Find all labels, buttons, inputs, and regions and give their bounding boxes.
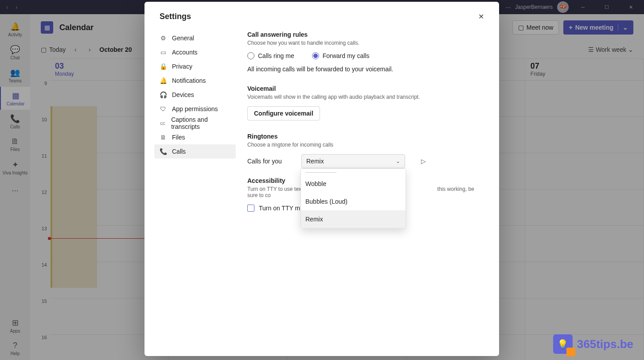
radio-icon: [312, 52, 319, 59]
settings-nav-privacy[interactable]: 🔒Privacy: [154, 59, 236, 74]
play-icon[interactable]: ▷: [421, 158, 426, 165]
settings-nav-general[interactable]: ⚙General: [154, 31, 236, 45]
watermark-text: 365tips.be: [577, 337, 633, 351]
dropdown-item-bubbles[interactable]: Bubbles (Loud): [301, 193, 406, 210]
id-icon: ▭: [160, 49, 167, 56]
call-rules-desc: Choose how you want to handle incoming c…: [247, 40, 484, 46]
ringtone-dropdown: ───────── Wobble Bubbles (Loud) Remix: [301, 168, 406, 228]
settings-modal: Settings ✕ ⚙General ▭Accounts 🔒Privacy 🔔…: [144, 2, 499, 356]
settings-nav-notifications[interactable]: 🔔Notifications: [154, 74, 236, 88]
voicemail-desc: Voicemails will show in the calling app …: [247, 94, 484, 100]
shield-icon: 🛡: [160, 105, 167, 112]
settings-nav-calls[interactable]: 📞Calls: [154, 144, 236, 159]
chevron-down-icon: ⌄: [396, 158, 400, 164]
settings-nav-files[interactable]: 🗎Files: [154, 130, 236, 144]
settings-nav: ⚙General ▭Accounts 🔒Privacy 🔔Notificatio…: [144, 31, 241, 356]
settings-nav-permissions[interactable]: 🛡App permissions: [154, 102, 236, 116]
gear-icon: ⚙: [160, 35, 167, 42]
dropdown-item-cut[interactable]: ─────────: [301, 169, 406, 175]
watermark-icon: 💡: [553, 334, 573, 354]
modal-header: Settings ✕: [144, 2, 499, 31]
close-icon[interactable]: ✕: [478, 12, 484, 21]
checkbox-icon[interactable]: [247, 205, 254, 212]
ringtones-desc: Choose a ringtone for incoming calls: [247, 142, 484, 148]
ringtone-select[interactable]: Remix ⌄: [301, 154, 405, 168]
settings-content: Call answering rules Choose how you want…: [241, 31, 499, 356]
call-rules-title: Call answering rules: [247, 31, 484, 38]
dropdown-item-wobble[interactable]: Wobble: [301, 175, 406, 193]
calls-for-you-row: Calls for you Remix ⌄ ▷ ───────── Wobble…: [247, 154, 484, 168]
forward-info: All incoming calls will be forwarded to …: [247, 66, 484, 73]
settings-nav-devices[interactable]: 🎧Devices: [154, 88, 236, 102]
dropdown-item-remix[interactable]: Remix: [301, 210, 406, 228]
headset-icon: 🎧: [160, 91, 167, 98]
phone-icon: 📞: [160, 148, 167, 155]
bell-icon: 🔔: [160, 77, 167, 84]
voicemail-title: Voicemail: [247, 85, 484, 92]
settings-nav-accounts[interactable]: ▭Accounts: [154, 45, 236, 59]
radio-forward-calls[interactable]: Forward my calls: [312, 52, 370, 59]
watermark: 💡 365tips.be: [553, 334, 633, 354]
call-rules-options: Calls ring me Forward my calls: [247, 52, 484, 59]
configure-voicemail-button[interactable]: Configure voicemail: [247, 106, 320, 120]
settings-title: Settings: [160, 12, 191, 21]
lock-icon: 🔒: [160, 63, 167, 70]
ringtones-title: Ringtones: [247, 133, 484, 140]
settings-nav-captions[interactable]: ㏄Captions and transcripts: [154, 116, 236, 130]
radio-calls-ring[interactable]: Calls ring me: [247, 52, 294, 59]
calls-for-you-label: Calls for you: [247, 158, 285, 165]
file-icon: 🗎: [160, 134, 167, 141]
cc-icon: ㏄: [160, 119, 166, 127]
radio-icon: [247, 52, 254, 59]
